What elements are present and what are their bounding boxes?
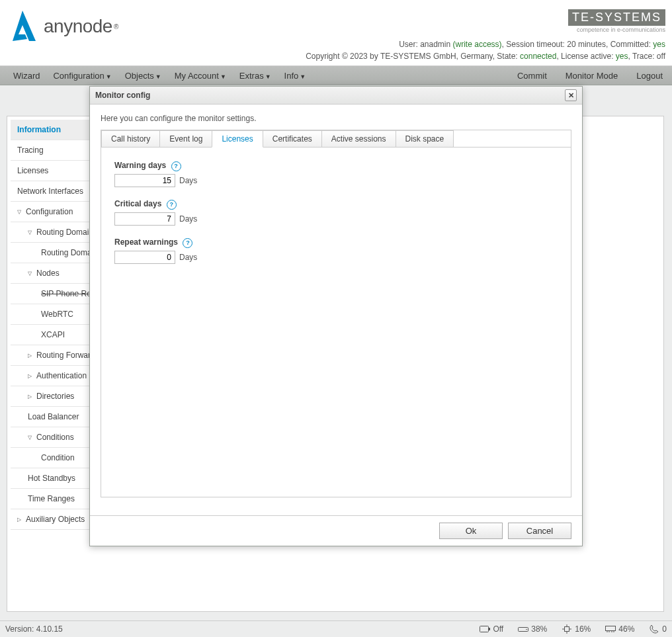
status-line-copyright: Copyright © 2023 by TE-SYSTEMS GmbH, Ger… xyxy=(306,52,665,61)
status-disk: 38% xyxy=(518,624,547,634)
dialog-footer: Ok Cancel xyxy=(90,515,582,546)
sidebar-item-label: WebRTC xyxy=(41,310,73,319)
repeat-warnings-label: Repeat warnings ? xyxy=(114,237,558,248)
anynode-logo-icon xyxy=(7,9,38,44)
tab-licenses[interactable]: Licenses xyxy=(212,130,263,148)
warning-days-input[interactable] xyxy=(114,174,175,187)
menu-monitor-mode[interactable]: Monitor Mode xyxy=(556,67,627,85)
dialog-titlebar: Monitor config ✕ xyxy=(90,87,582,105)
menu-configuration[interactable]: Configuration▼ xyxy=(46,67,118,85)
help-icon[interactable]: ? xyxy=(183,238,192,248)
cpu-icon xyxy=(562,625,572,633)
menu-my-account[interactable]: My Account▼ xyxy=(168,67,233,85)
menubar: Wizard Configuration▼ Objects▼ My Accoun… xyxy=(0,66,672,85)
svg-point-3 xyxy=(526,629,527,630)
menu-logout[interactable]: Logout xyxy=(627,67,672,85)
caret-down-icon: ▼ xyxy=(155,73,161,80)
chevron-right-icon: ▷ xyxy=(17,517,24,523)
svg-rect-1 xyxy=(489,628,490,630)
menu-info[interactable]: Info▼ xyxy=(278,67,313,85)
sidebar-item-label: Auxiliary Objects xyxy=(26,515,85,524)
registered-mark: ® xyxy=(114,23,118,30)
chevron-down-icon: ▽ xyxy=(28,271,34,276)
help-icon[interactable]: ? xyxy=(171,161,181,171)
sidebar-item-label: Directories xyxy=(36,392,74,401)
close-icon: ✕ xyxy=(568,91,574,100)
sidebar-item-label: Authentication xyxy=(36,371,87,380)
vendor-logo: TE-SYSTEMS xyxy=(568,9,665,26)
battery-icon xyxy=(480,625,490,633)
unit-label: Days xyxy=(179,253,197,262)
caret-down-icon: ▼ xyxy=(106,73,112,80)
chevron-right-icon: ▷ xyxy=(28,373,34,379)
status-memory: 46% xyxy=(605,624,634,634)
repeat-warnings-input[interactable] xyxy=(114,251,175,264)
caret-down-icon: ▼ xyxy=(300,73,306,80)
sidebar-item-label: Load Balancer xyxy=(28,412,79,421)
tab-call-history[interactable]: Call history xyxy=(101,130,160,147)
status-calls: 0 xyxy=(649,624,667,634)
sidebar-item-label: Information xyxy=(17,125,61,134)
phone-icon xyxy=(649,625,659,633)
sidebar-item-label: Time Ranges xyxy=(28,494,75,503)
sidebar-item-label: Hot Standbys xyxy=(28,474,75,483)
menu-commit[interactable]: Commit xyxy=(508,67,556,85)
critical-days-input[interactable] xyxy=(114,212,175,226)
svg-rect-0 xyxy=(480,626,489,632)
sidebar-item-label: XCAPI xyxy=(41,330,65,339)
sidebar-item-label: Licenses xyxy=(17,166,48,175)
status-battery: Off xyxy=(480,624,503,634)
dialog-tabs: Call history Event log Licenses Certific… xyxy=(101,130,571,147)
tab-disk-space[interactable]: Disk space xyxy=(396,130,454,147)
unit-label: Days xyxy=(179,214,197,224)
svg-rect-4 xyxy=(565,627,569,632)
menu-wizard[interactable]: Wizard xyxy=(7,67,46,85)
unit-label: Days xyxy=(179,176,197,185)
menu-objects[interactable]: Objects▼ xyxy=(118,67,168,85)
chevron-right-icon: ▷ xyxy=(28,394,34,400)
version-info: Version: 4.10.15 xyxy=(5,624,63,634)
cancel-button[interactable]: Cancel xyxy=(508,523,571,539)
chevron-down-icon: ▽ xyxy=(17,209,24,215)
svg-rect-9 xyxy=(606,626,616,631)
sidebar-item-label: Configuration xyxy=(26,207,73,216)
tab-certificates[interactable]: Certificates xyxy=(263,130,322,147)
vendor-tagline: competence in e-communications xyxy=(568,26,665,33)
tab-event-log[interactable]: Event log xyxy=(159,130,212,147)
disk-icon xyxy=(518,625,528,633)
statusbar: Version: 4.10.15 Off 38% 16% 46% xyxy=(0,620,672,637)
dialog-title: Monitor config xyxy=(95,91,150,100)
sidebar-item-label: Condition xyxy=(41,453,75,462)
brand-logo: anynode ® xyxy=(7,9,118,44)
chevron-down-icon: ▽ xyxy=(28,230,34,235)
status-line-user: User: anadmin (write access), Session ti… xyxy=(399,40,665,49)
menu-extras[interactable]: Extras▼ xyxy=(233,67,278,85)
dialog-description: Here you can configure the monitor setti… xyxy=(101,114,571,123)
dialog-content-licenses: Warning days ? Days Critical days ? xyxy=(101,147,571,289)
header: anynode ® TE-SYSTEMS competence in e-com… xyxy=(0,0,672,66)
brand-name: anynode xyxy=(44,16,112,37)
warning-days-label: Warning days ? xyxy=(114,161,558,171)
sidebar-item-label: Conditions xyxy=(36,433,74,442)
ok-button[interactable]: Ok xyxy=(439,523,503,539)
caret-down-icon: ▼ xyxy=(265,73,271,80)
critical-days-label: Critical days ? xyxy=(114,199,558,210)
monitor-config-dialog: Monitor config ✕ Here you can configure … xyxy=(89,86,583,546)
help-icon[interactable]: ? xyxy=(167,200,177,210)
sidebar-item-label: Network Interfaces xyxy=(17,187,83,196)
chevron-right-icon: ▷ xyxy=(28,353,34,359)
vendor-block: TE-SYSTEMS competence in e-communication… xyxy=(568,9,665,33)
chevron-down-icon: ▽ xyxy=(28,435,34,441)
close-button[interactable]: ✕ xyxy=(565,89,577,101)
tab-active-sessions[interactable]: Active sessions xyxy=(321,130,396,147)
sidebar-item-label: Nodes xyxy=(36,269,60,278)
sidebar-item-label: Routing Domains xyxy=(36,228,97,237)
status-cpu: 16% xyxy=(562,624,591,634)
memory-icon xyxy=(605,625,616,633)
sidebar-item-label: Tracing xyxy=(17,146,44,155)
caret-down-icon: ▼ xyxy=(220,73,226,80)
